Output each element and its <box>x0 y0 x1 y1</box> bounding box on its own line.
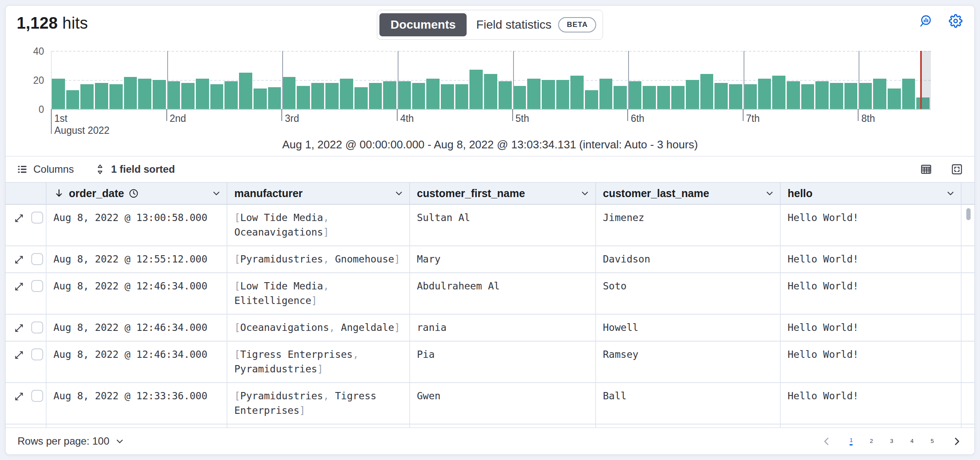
histogram-bar <box>66 90 80 109</box>
histogram-bar <box>513 86 526 109</box>
histogram-bar <box>239 73 252 109</box>
chevron-down-icon[interactable] <box>394 188 404 198</box>
column-label: customer_last_name <box>603 187 709 200</box>
row-checkbox[interactable] <box>31 390 43 402</box>
histogram-bar <box>181 83 195 109</box>
x-axis-tick <box>627 109 628 121</box>
grid-toolbar: Columns 1 field sorted <box>6 156 974 182</box>
histogram-bar <box>527 79 540 109</box>
table-row: Aug 8, 2022 @ 12:46:34.000[Low Tide Medi… <box>6 273 974 315</box>
histogram-bar <box>95 83 108 109</box>
chevron-down-icon[interactable] <box>945 188 956 198</box>
column-header-order_date[interactable]: order_date <box>47 183 227 204</box>
next-page-icon[interactable] <box>951 436 962 447</box>
expand-row-icon[interactable] <box>13 322 25 334</box>
cell-customer_last_name: Davidson <box>596 246 781 272</box>
column-label: customer_first_name <box>417 187 525 200</box>
x-axis-tick <box>51 109 52 134</box>
x-axis-tick <box>858 109 859 121</box>
row-checkbox[interactable] <box>31 212 43 224</box>
y-axis-label: 20 <box>6 75 44 86</box>
histogram-bar <box>844 83 858 109</box>
histogram-bar <box>484 74 497 109</box>
cell-partial <box>47 425 227 428</box>
cell-manufacturer: [Pyramidustries, Tigress Enterprises] <box>227 383 410 424</box>
top-bar: 1,128 hits Documents Field statistics BE… <box>6 6 974 33</box>
row-checkbox[interactable] <box>31 280 43 292</box>
histogram-bar <box>714 83 728 109</box>
cell-hello: Hello World! <box>781 342 962 382</box>
sort-fields-button[interactable]: 1 field sorted <box>94 163 175 175</box>
day-boundary-line <box>282 51 283 109</box>
histogram-bar <box>744 84 757 109</box>
cell-customer_first_name: Abdulraheem Al <box>410 273 596 314</box>
histogram-bar <box>441 84 454 109</box>
expand-row-icon[interactable] <box>13 391 25 402</box>
density-icon[interactable] <box>920 163 933 176</box>
histogram-plot[interactable] <box>51 51 931 109</box>
inspect-icon[interactable] <box>919 14 933 28</box>
expand-row-icon[interactable] <box>13 281 25 292</box>
histogram-bar <box>556 80 570 109</box>
cell-hello: Hello World! <box>781 315 962 341</box>
chevron-down-icon[interactable] <box>580 188 590 198</box>
column-header-customer_last_name[interactable]: customer_last_name <box>596 183 781 204</box>
chevron-down-icon <box>115 436 125 446</box>
cell-customer_first_name: Pia <box>410 342 596 382</box>
day-boundary-line <box>398 51 398 109</box>
histogram-bar <box>455 84 469 109</box>
histogram-bar <box>888 88 901 109</box>
x-axis-label: 3rd <box>285 112 299 124</box>
cell-hello: Hello World! <box>781 205 962 245</box>
histogram-bar <box>282 77 295 109</box>
cell-customer_first_name: Sultan Al <box>410 205 596 245</box>
page-5[interactable]: 5 <box>931 438 934 445</box>
previous-page-icon[interactable] <box>821 436 832 447</box>
histogram-bar <box>585 90 598 109</box>
row-checkbox[interactable] <box>31 253 43 265</box>
day-boundary-line <box>628 51 629 109</box>
histogram-bar <box>196 79 209 109</box>
histogram-bar <box>325 83 339 109</box>
histogram-bar <box>153 80 166 109</box>
row-checkbox[interactable] <box>31 321 43 333</box>
histogram-bar <box>830 83 843 109</box>
histogram-bar <box>52 79 65 109</box>
page-1[interactable]: 1 <box>850 437 853 445</box>
page-3[interactable]: 3 <box>890 438 893 445</box>
cell-manufacturer: [Low Tide Media, Oceanavigations] <box>227 205 410 245</box>
column-header-hello[interactable]: hello <box>781 183 962 204</box>
top-actions <box>919 14 962 28</box>
sorted-label: 1 field sorted <box>111 163 175 175</box>
histogram-bar <box>412 83 425 109</box>
cell-hello: Hello World! <box>781 383 962 424</box>
expand-row-icon[interactable] <box>13 254 25 265</box>
vertical-scrollbar[interactable] <box>966 208 971 220</box>
cell-hello: Hello World! <box>781 273 962 314</box>
histogram-bar <box>254 88 267 109</box>
expand-row-icon[interactable] <box>13 212 25 224</box>
column-header-manufacturer[interactable]: manufacturer <box>227 183 410 204</box>
current-time-marker <box>920 51 922 109</box>
chevron-down-icon[interactable] <box>211 188 221 198</box>
gear-icon[interactable] <box>949 14 962 28</box>
cell-order_date: Aug 8, 2022 @ 12:46:34.000 <box>47 273 227 314</box>
expand-row-icon[interactable] <box>13 349 25 361</box>
rows-per-page-button[interactable]: Rows per page: 100 <box>18 435 125 447</box>
chevron-down-icon[interactable] <box>765 188 775 198</box>
cell-customer_first_name: rania <box>410 315 596 341</box>
histogram-bar <box>109 84 123 109</box>
row-controls <box>6 205 47 245</box>
histogram-bar <box>628 81 641 109</box>
row-checkbox[interactable] <box>31 348 43 360</box>
page-4[interactable]: 4 <box>910 438 913 445</box>
sort-icon <box>94 164 106 175</box>
columns-button[interactable]: Columns <box>17 163 74 175</box>
time-range-caption: Aug 1, 2022 @ 00:00:00.000 - Aug 8, 2022… <box>6 138 974 156</box>
histogram-bar <box>686 80 699 109</box>
column-header-customer_first_name[interactable]: customer_first_name <box>410 183 596 204</box>
fullscreen-icon[interactable] <box>950 163 963 176</box>
table-header-row: order_datemanufacturercustomer_first_nam… <box>6 183 974 205</box>
histogram-bar <box>426 79 440 109</box>
page-2[interactable]: 2 <box>870 438 873 445</box>
